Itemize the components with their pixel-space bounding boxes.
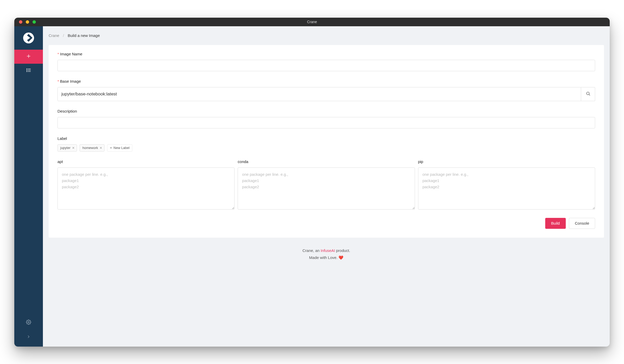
titlebar: Crane xyxy=(14,18,610,26)
label-tag: jupyter ✕ xyxy=(57,144,77,152)
svg-line-10 xyxy=(589,94,590,95)
svg-point-9 xyxy=(587,92,589,95)
list-icon xyxy=(26,68,31,74)
packages-row: apt conda pip xyxy=(57,159,595,210)
base-image-search-button[interactable] xyxy=(581,87,595,101)
breadcrumb-root[interactable]: Crane xyxy=(49,33,59,38)
description-input[interactable] xyxy=(57,117,595,128)
base-image-input[interactable] xyxy=(57,87,581,101)
minimize-window-button[interactable] xyxy=(26,20,29,24)
breadcrumb-bar: Crane / Build a new Image xyxy=(43,26,610,45)
remove-label-button[interactable]: ✕ xyxy=(72,146,75,150)
svg-point-6 xyxy=(27,70,27,70)
build-button[interactable]: Build xyxy=(545,218,566,229)
image-name-input[interactable] xyxy=(57,60,595,71)
window-title: Crane xyxy=(14,20,610,24)
sidebar-item-settings[interactable] xyxy=(14,315,43,330)
field-base-image: *Base Image xyxy=(57,79,595,101)
svg-point-5 xyxy=(27,69,27,69)
sidebar-expand-toggle[interactable] xyxy=(14,330,43,344)
footer-line-2: Made with Love. ❤️ xyxy=(49,254,604,261)
field-label: Label jupyter ✕ homework ✕ + xyxy=(57,136,595,152)
field-description: Description xyxy=(57,109,595,128)
footer: Crane, an InfuseAI product. Made with Lo… xyxy=(49,238,604,265)
sidebar-item-list[interactable] xyxy=(14,64,43,78)
field-image-name: *Image Name xyxy=(57,52,595,71)
breadcrumb: Crane / Build a new Image xyxy=(49,33,100,38)
label-tag-text: jupyter xyxy=(60,146,70,150)
apt-label: apt xyxy=(57,159,235,164)
form-card: *Image Name *Base Image xyxy=(49,45,604,238)
app-logo[interactable] xyxy=(14,26,43,50)
conda-label: conda xyxy=(238,159,415,164)
labels-list: jupyter ✕ homework ✕ + New Label xyxy=(57,144,595,152)
svg-point-7 xyxy=(27,71,27,72)
apt-input[interactable] xyxy=(57,167,235,210)
add-label-text: New Label xyxy=(114,146,129,150)
maximize-window-button[interactable] xyxy=(32,20,36,24)
pip-label: pip xyxy=(418,159,595,164)
close-window-button[interactable] xyxy=(19,20,22,24)
sidebar-item-new-image[interactable] xyxy=(14,50,43,64)
footer-line-1: Crane, an InfuseAI product. xyxy=(49,247,604,254)
label-tag: homework ✕ xyxy=(80,144,105,152)
base-image-label: *Base Image xyxy=(57,79,595,83)
plus-icon xyxy=(26,54,31,60)
label-tag-text: homework xyxy=(82,146,98,150)
gear-icon xyxy=(26,320,31,326)
plus-icon: + xyxy=(110,146,112,150)
form-actions: Build Console xyxy=(57,218,595,229)
main-area: Crane / Build a new Image *Image Name *B… xyxy=(43,26,610,347)
breadcrumb-current: Build a new Image xyxy=(68,33,100,38)
field-apt: apt xyxy=(57,159,235,210)
field-pip: pip xyxy=(418,159,595,210)
window-controls xyxy=(14,20,36,24)
add-label-button[interactable]: + New Label xyxy=(107,144,132,152)
pip-input[interactable] xyxy=(418,167,595,210)
image-name-label: *Image Name xyxy=(57,52,595,56)
infuseai-link[interactable]: InfuseAI xyxy=(321,248,335,253)
search-icon xyxy=(586,91,590,97)
description-label: Description xyxy=(57,109,595,113)
console-button[interactable]: Console xyxy=(569,218,595,229)
remove-label-button[interactable]: ✕ xyxy=(100,146,102,150)
svg-point-8 xyxy=(28,321,29,323)
chevron-right-icon xyxy=(27,335,31,340)
field-conda: conda xyxy=(238,159,415,210)
breadcrumb-separator: / xyxy=(63,33,64,38)
labels-label: Label xyxy=(57,136,595,141)
conda-input[interactable] xyxy=(238,167,415,210)
app-window: Crane xyxy=(14,18,610,347)
sidebar xyxy=(14,26,43,347)
